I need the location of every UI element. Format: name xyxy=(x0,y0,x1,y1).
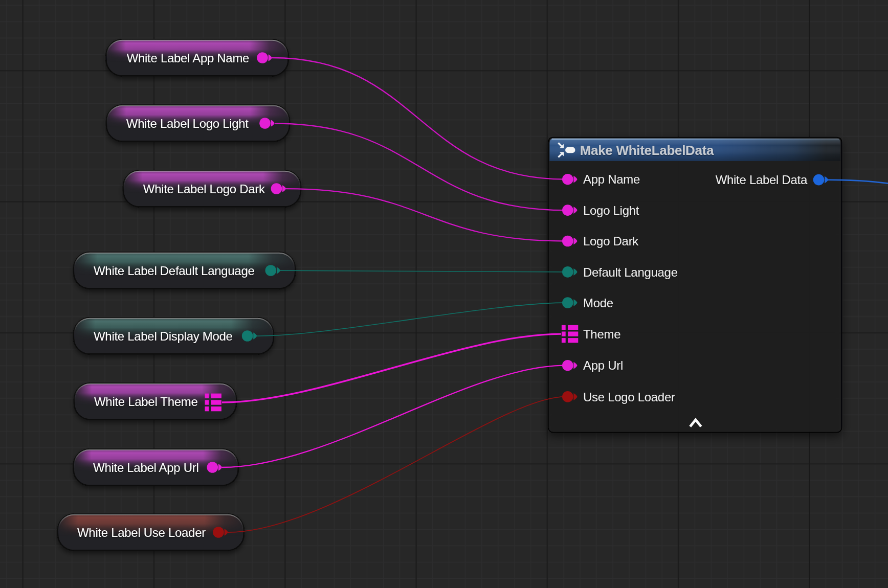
svg-text:Use Logo Loader: Use Logo Loader xyxy=(583,390,675,404)
svg-text:White Label Logo Light: White Label Logo Light xyxy=(126,117,249,130)
svg-text:App Url: App Url xyxy=(583,358,623,372)
svg-text:Logo Dark: Logo Dark xyxy=(583,234,639,248)
svg-text:White Label Display Mode: White Label Display Mode xyxy=(94,329,233,343)
svg-text:Default Language: Default Language xyxy=(583,265,678,279)
svg-text:White Label Data: White Label Data xyxy=(716,173,808,187)
svg-text:White Label App Name: White Label App Name xyxy=(127,51,249,65)
svg-text:White Label Use Loader: White Label Use Loader xyxy=(77,526,206,539)
svg-text:Logo Light: Logo Light xyxy=(583,203,639,217)
svg-text:App Name: App Name xyxy=(583,172,640,186)
svg-text:White Label App Url: White Label App Url xyxy=(93,461,198,474)
svg-text:Theme: Theme xyxy=(583,327,620,341)
svg-text:Mode: Mode xyxy=(583,296,613,310)
svg-text:White Label Logo Dark: White Label Logo Dark xyxy=(143,182,265,196)
svg-text:Make WhiteLabelData: Make WhiteLabelData xyxy=(580,143,714,158)
svg-text:White Label Default Language: White Label Default Language xyxy=(94,264,255,278)
svg-text:White Label Theme: White Label Theme xyxy=(94,395,198,409)
